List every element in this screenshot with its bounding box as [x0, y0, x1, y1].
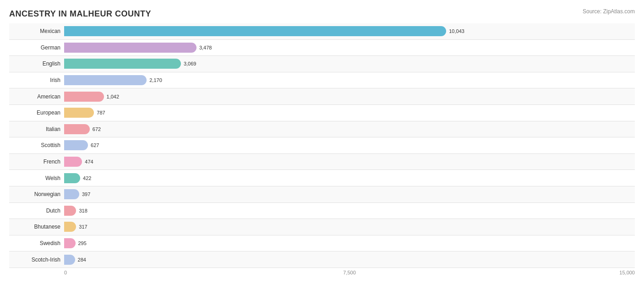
bar-value-label: 2,170: [149, 77, 162, 83]
bar-track: 317: [64, 219, 635, 235]
bar-label: German: [9, 44, 64, 51]
x-axis-label: 0: [64, 270, 67, 275]
bar-label: Scottish: [9, 142, 64, 148]
bar-value-label: 3,069: [184, 61, 196, 66]
chart-title: ANCESTRY IN MALHEUR COUNTY: [9, 9, 635, 19]
bar-value-label: 318: [79, 208, 87, 213]
bar-row: Mexican10,043: [9, 23, 635, 40]
bar-track: 295: [64, 235, 635, 251]
x-axis-label: 7,500: [343, 270, 356, 275]
bar-label: Mexican: [9, 28, 64, 34]
source-text: Source: ZipAtlas.com: [583, 8, 635, 15]
bar-label: Scotch-Irish: [9, 257, 64, 263]
bar-track: 672: [64, 121, 635, 137]
bar-label: Norwegian: [9, 191, 64, 197]
bar-fill: [64, 238, 76, 248]
bar-track: 2,170: [64, 72, 635, 88]
bar-fill: [64, 189, 79, 199]
bar-fill: [64, 124, 90, 134]
bar-label: European: [9, 109, 64, 116]
bar-row: European787: [9, 105, 635, 121]
bar-row: English3,069: [9, 56, 635, 72]
chart-container: ANCESTRY IN MALHEUR COUNTY Source: ZipAt…: [0, 0, 644, 295]
bar-fill: [64, 26, 446, 36]
bar-track: 397: [64, 186, 635, 202]
bar-row: Dutch318: [9, 203, 635, 219]
bar-row: Scotch-Irish284: [9, 251, 635, 268]
bar-value-label: 284: [78, 257, 86, 262]
bar-row: Bhutanese317: [9, 219, 635, 235]
bar-track: 627: [64, 137, 635, 153]
bar-value-label: 474: [85, 159, 93, 164]
bar-value-label: 317: [79, 224, 87, 229]
bar-value-label: 422: [83, 175, 91, 181]
bar-fill: [64, 206, 76, 216]
bar-value-label: 397: [82, 191, 90, 197]
chart-area: Mexican10,043German3,478English3,069Iris…: [9, 23, 635, 268]
bar-fill: [64, 59, 181, 69]
bar-label: Welsh: [9, 175, 64, 181]
bar-label: Swedish: [9, 240, 64, 246]
bar-track: 318: [64, 203, 635, 219]
bar-fill: [64, 255, 75, 265]
bar-row: Norwegian397: [9, 186, 635, 203]
bar-row: Swedish295: [9, 235, 635, 252]
bar-row: German3,478: [9, 40, 635, 56]
bar-value-label: 672: [93, 126, 101, 132]
bar-fill: [64, 92, 104, 102]
bar-fill: [64, 140, 88, 150]
bar-row: American1,042: [9, 88, 635, 105]
bar-label: American: [9, 93, 64, 100]
bar-fill: [64, 43, 196, 53]
bar-track: 474: [64, 154, 635, 170]
bar-row: Italian672: [9, 121, 635, 138]
bar-track: 3,069: [64, 56, 635, 72]
bar-value-label: 627: [91, 142, 99, 148]
bar-track: 3,478: [64, 40, 635, 56]
bar-fill: [64, 173, 80, 183]
bar-fill: [64, 75, 147, 85]
bar-label: Italian: [9, 126, 64, 132]
bar-label: Irish: [9, 77, 64, 83]
bar-fill: [64, 108, 94, 118]
bar-track: 787: [64, 105, 635, 121]
bar-row: Scottish627: [9, 137, 635, 154]
bar-label: Dutch: [9, 208, 64, 214]
bar-fill: [64, 222, 76, 232]
bar-track: 10,043: [64, 23, 635, 39]
bar-value-label: 1,042: [107, 94, 120, 99]
bar-label: Bhutanese: [9, 224, 64, 230]
x-axis: 07,50015,000: [64, 268, 635, 279]
x-axis-labels: 07,50015,000: [64, 270, 635, 279]
bar-track: 284: [64, 251, 635, 268]
bar-value-label: 3,478: [199, 45, 212, 50]
bar-row: Welsh422: [9, 170, 635, 186]
bar-row: Irish2,170: [9, 72, 635, 89]
x-axis-label: 15,000: [619, 270, 635, 275]
bar-value-label: 10,043: [449, 28, 464, 34]
bar-row: French474: [9, 154, 635, 170]
bar-label: French: [9, 158, 64, 165]
bar-fill: [64, 157, 82, 167]
bar-label: English: [9, 60, 64, 67]
bar-value-label: 787: [97, 110, 105, 115]
bar-track: 1,042: [64, 88, 635, 104]
bar-track: 422: [64, 170, 635, 186]
bar-value-label: 295: [78, 240, 87, 246]
